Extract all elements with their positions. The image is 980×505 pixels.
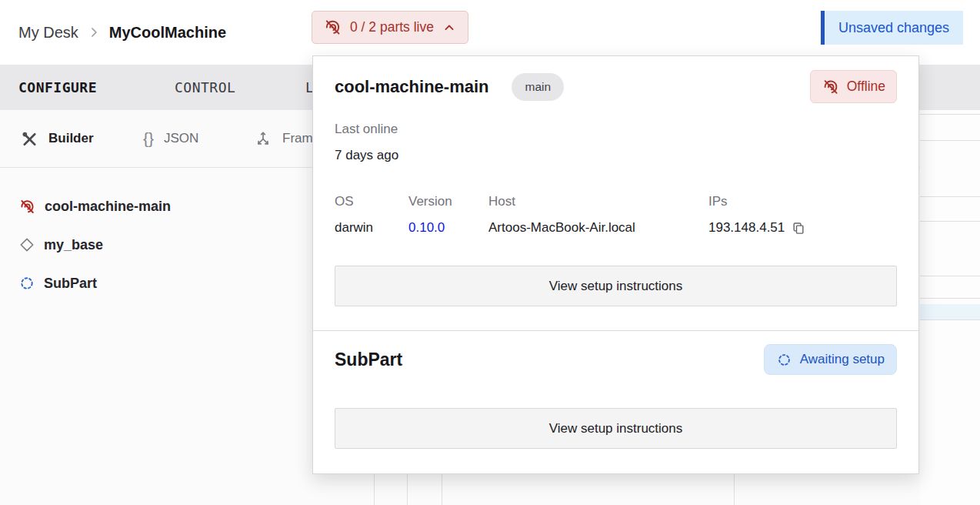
main-part-tag-pill: main xyxy=(512,73,564,101)
offline-wifi-icon xyxy=(323,18,342,37)
bg-table-column-line xyxy=(442,474,442,505)
last-online-label: Last online xyxy=(335,122,398,137)
braces-icon: {} xyxy=(143,129,154,148)
offline-status-label: Offline xyxy=(847,79,885,95)
frame-axes-icon xyxy=(254,129,272,148)
json-label: JSON xyxy=(164,131,198,146)
unsaved-changes-label: Unsaved changes xyxy=(838,20,949,36)
os-label: OS xyxy=(335,194,408,209)
bg-table-fragment xyxy=(920,110,980,505)
bg-table-column-line xyxy=(734,474,735,505)
breadcrumb-current: MyCoolMachine xyxy=(109,24,226,42)
parts-status-panel: cool-machine-main main Offline Last onli… xyxy=(312,55,919,474)
sub-part-header: SubPart Awaiting setup xyxy=(335,343,897,376)
main-part-header: cool-machine-main main Offline xyxy=(335,70,897,104)
copy-icon[interactable] xyxy=(791,220,806,236)
main-part-name: cool-machine-main xyxy=(335,77,488,97)
offline-wifi-icon xyxy=(18,198,36,216)
awaiting-setup-label: Awaiting setup xyxy=(800,352,885,367)
main-part-tag-label: main xyxy=(525,80,551,94)
sub-part-setup-instructions-button[interactable]: View setup instructions xyxy=(335,408,897,449)
part-item-label: SubPart xyxy=(44,276,97,292)
component-item-label: my_base xyxy=(44,237,103,253)
part-item-subpart[interactable]: SubPart xyxy=(18,272,97,295)
awaiting-setup-badge[interactable]: Awaiting setup xyxy=(764,344,897,375)
builder-label: Builder xyxy=(48,131,94,146)
dashed-circle-icon xyxy=(776,352,792,368)
ips-label: IPs xyxy=(708,194,897,209)
tab-control[interactable]: CONTROL xyxy=(175,65,235,110)
frame-mode-tab[interactable]: Frame xyxy=(254,129,320,148)
builder-mode-tab[interactable]: Builder xyxy=(21,130,94,148)
part-meta-labels: OS Version Host IPs xyxy=(335,194,897,209)
diamond-icon xyxy=(18,236,35,253)
host-value: Artoos-MacBook-Air.local xyxy=(488,220,708,236)
version-label: Version xyxy=(408,194,488,209)
part-item-cool-machine-main[interactable]: cool-machine-main xyxy=(18,195,171,218)
panel-divider xyxy=(313,330,918,331)
component-item-my-base[interactable]: my_base xyxy=(18,233,103,256)
tab-configure[interactable]: CONFIGURE xyxy=(18,65,97,110)
bg-table-column-line xyxy=(407,474,408,505)
app-root: My Desk MyCoolMachine 0 / 2 parts live xyxy=(0,0,980,505)
bg-highlighted-row xyxy=(920,304,980,319)
offline-wifi-icon xyxy=(822,78,840,96)
last-online-value: 7 days ago xyxy=(335,148,398,163)
json-mode-tab[interactable]: {} JSON xyxy=(143,129,198,148)
offline-status-badge[interactable]: Offline xyxy=(810,70,897,103)
main-part-setup-instructions-button[interactable]: View setup instructions xyxy=(335,266,897,306)
chevron-right-icon xyxy=(86,25,102,40)
host-label: Host xyxy=(488,194,708,209)
parts-live-status-button[interactable]: 0 / 2 parts live xyxy=(312,11,468,44)
crossed-tools-icon xyxy=(21,130,38,148)
ips-cell: 193.148.4.51 xyxy=(708,220,897,236)
part-item-label: cool-machine-main xyxy=(45,199,171,215)
ips-value: 193.148.4.51 xyxy=(708,220,785,236)
parts-live-label: 0 / 2 parts live xyxy=(350,19,434,35)
os-value: darwin xyxy=(335,220,408,236)
sub-part-name: SubPart xyxy=(335,349,402,370)
unsaved-changes-badge: Unsaved changes xyxy=(821,11,963,45)
part-meta-values: darwin 0.10.0 Artoos-MacBook-Air.local 1… xyxy=(335,220,897,236)
breadcrumb-parent[interactable]: My Desk xyxy=(18,24,78,42)
version-value-link[interactable]: 0.10.0 xyxy=(408,220,488,236)
chevron-up-icon xyxy=(442,20,457,35)
breadcrumb: My Desk MyCoolMachine xyxy=(18,0,226,65)
dashed-circle-icon xyxy=(18,275,35,292)
bg-table-column-line xyxy=(374,474,375,505)
